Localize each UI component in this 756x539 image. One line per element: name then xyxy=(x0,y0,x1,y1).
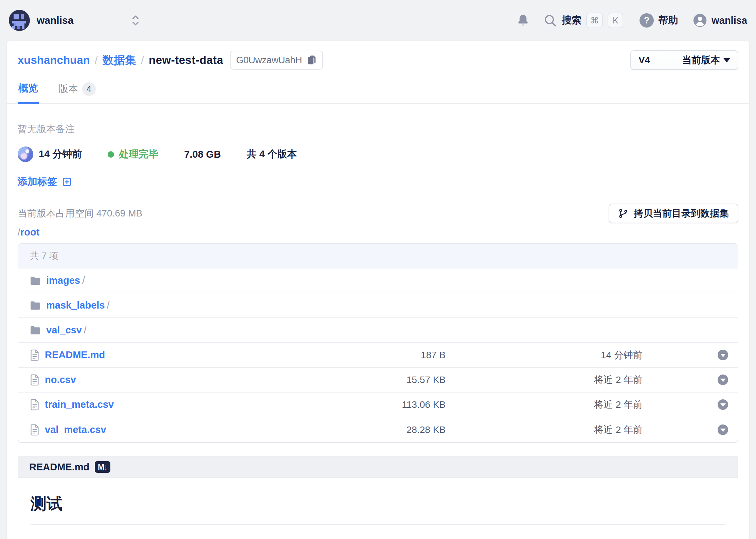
user-name: wanlisa xyxy=(712,15,747,26)
git-branch-icon xyxy=(618,208,628,219)
current-path: /root xyxy=(18,227,738,238)
copy-icon xyxy=(307,55,317,66)
status-text: 处理完毕 xyxy=(119,147,158,161)
download-icon[interactable] xyxy=(718,375,728,385)
user-menu[interactable]: wanlisa xyxy=(693,13,747,28)
chevron-updown-icon[interactable] xyxy=(131,15,140,26)
file-rows: images / mask_labels / xyxy=(18,268,738,442)
file-size: 187 B xyxy=(364,350,446,361)
file-icon xyxy=(30,399,39,411)
dataset-id: G0UwzawUahH xyxy=(236,55,302,66)
dataset-detail-card: xushanchuan / 数据集 / new-test-data G0Uwza… xyxy=(7,41,749,539)
notifications-bell-icon[interactable] xyxy=(517,14,529,27)
add-tag-label: 添加标签 xyxy=(18,175,57,189)
search-icon xyxy=(543,14,557,27)
updated-time: 14 分钟前 xyxy=(39,147,82,161)
table-row: val_csv / xyxy=(18,318,738,343)
dataset-id-badge[interactable]: G0UwzawUahH xyxy=(230,51,323,70)
table-row: no.csv 15.57 KB 将近 2 年前 xyxy=(18,368,738,393)
readme-body: 测试 可以提供一个 README.md 文件放在数据仓库版本的根目录下，该文件将… xyxy=(18,478,738,539)
workspace-logo xyxy=(9,10,30,31)
storage-used-label: 当前版本占用空间 470.69 MB xyxy=(18,207,142,220)
breadcrumb-separator: / xyxy=(141,54,144,67)
readme-header: README.md M↓ xyxy=(18,456,738,478)
breadcrumb: xushanchuan / 数据集 / new-test-data xyxy=(18,53,223,68)
tab-versions-label: 版本 xyxy=(58,82,78,96)
workspace-switcher[interactable]: wanlisa xyxy=(9,10,140,31)
file-modified: 14 分钟前 xyxy=(446,349,643,362)
file-modified: 将近 2 年前 xyxy=(446,398,643,411)
copy-dir-to-dataset-button[interactable]: 拷贝当前目录到数据集 xyxy=(609,204,738,223)
user-avatar-icon xyxy=(693,13,707,28)
dataset-total-size: 7.08 GB xyxy=(184,149,221,160)
help-label: 帮助 xyxy=(658,14,678,27)
file-table: 共 7 项 images / xyxy=(18,243,738,443)
table-row: mask_labels / xyxy=(18,293,738,318)
readme-heading: 测试 xyxy=(31,493,725,525)
file-link[interactable]: no.csv xyxy=(45,374,76,385)
workspace-name: wanlisa xyxy=(37,15,73,26)
current-version-label: 当前版本 xyxy=(682,54,730,67)
folder-suffix: / xyxy=(84,325,87,336)
processing-status: 处理完毕 xyxy=(108,147,158,161)
copy-dir-label: 拷贝当前目录到数据集 xyxy=(634,207,729,220)
dataset-name: new-test-data xyxy=(149,54,223,67)
version-tag: V4 xyxy=(638,55,650,66)
current-version-text: 当前版本 xyxy=(682,54,720,67)
top-navbar: wanlisa 搜索 ⌘ K ? 帮助 xyxy=(0,0,756,41)
kbd-k: K xyxy=(608,13,623,28)
tab-versions[interactable]: 版本 4 xyxy=(58,78,96,103)
readme-card: README.md M↓ 测试 可以提供一个 README.md 文件放在数据仓… xyxy=(18,456,738,539)
download-icon[interactable] xyxy=(718,350,728,360)
file-modified: 将近 2 年前 xyxy=(446,373,643,386)
folder-icon xyxy=(30,300,41,311)
readme-paragraph: 可以提供一个 README.md 文件放在数据仓库版本的根目录下，该文件将被展示… xyxy=(31,536,725,539)
caret-down-icon xyxy=(723,58,730,63)
path-separator: / xyxy=(18,227,20,238)
version-count: 共 4 个版本 xyxy=(247,147,297,161)
help-icon: ? xyxy=(640,13,654,28)
folder-icon xyxy=(30,325,41,335)
table-row: README.md 187 B 14 分钟前 xyxy=(18,343,738,368)
search-label: 搜索 xyxy=(562,14,581,27)
table-row: images / xyxy=(18,268,738,293)
plus-square-icon xyxy=(62,177,72,187)
storage-row: 当前版本占用空间 470.69 MB 拷贝当前目录到数据集 xyxy=(18,204,738,223)
help-button[interactable]: ? 帮助 xyxy=(640,13,678,28)
file-link[interactable]: README.md xyxy=(45,349,105,361)
breadcrumb-owner-link[interactable]: xushanchuan xyxy=(18,54,90,67)
versions-count-badge: 4 xyxy=(82,82,96,96)
add-tag-button[interactable]: 添加标签 xyxy=(18,175,72,189)
file-icon xyxy=(30,424,39,436)
version-selector[interactable]: V4 当前版本 xyxy=(630,50,738,70)
readme-filename: README.md xyxy=(29,462,89,473)
kbd-cmd: ⌘ xyxy=(586,13,603,28)
tab-overview-label: 概览 xyxy=(18,82,38,95)
download-icon[interactable] xyxy=(718,424,728,435)
tab-overview[interactable]: 概览 xyxy=(18,78,39,104)
search-button[interactable]: 搜索 ⌘ K xyxy=(543,13,623,28)
file-icon xyxy=(30,374,39,386)
breadcrumb-separator: / xyxy=(95,54,98,67)
file-icon xyxy=(30,349,39,361)
version-meta-row: 14 分钟前 处理完毕 7.08 GB 共 4 个版本 xyxy=(18,146,738,162)
status-dot-icon xyxy=(108,151,114,158)
file-modified: 将近 2 年前 xyxy=(446,423,643,436)
table-row: val_meta.csv 28.28 KB 将近 2 年前 xyxy=(18,417,738,442)
file-link[interactable]: train_meta.csv xyxy=(45,399,114,410)
file-size: 15.57 KB xyxy=(364,375,446,385)
file-table-header: 共 7 项 xyxy=(18,244,738,268)
path-root-link[interactable]: root xyxy=(20,227,39,238)
file-link[interactable]: images xyxy=(46,275,80,286)
version-note: 暂无版本备注 xyxy=(18,123,738,136)
file-link[interactable]: val_csv xyxy=(46,325,82,336)
tab-bar: 概览 版本 4 xyxy=(7,78,749,104)
uploader-avatar xyxy=(18,146,33,162)
file-link[interactable]: mask_labels xyxy=(46,300,105,311)
file-link[interactable]: val_meta.csv xyxy=(45,424,106,435)
table-row: train_meta.csv 113.06 KB 将近 2 年前 xyxy=(18,393,738,417)
folder-suffix: / xyxy=(82,275,85,286)
breadcrumb-datasets-link[interactable]: 数据集 xyxy=(103,53,136,68)
download-icon[interactable] xyxy=(718,399,728,410)
file-size: 28.28 KB xyxy=(364,424,446,435)
